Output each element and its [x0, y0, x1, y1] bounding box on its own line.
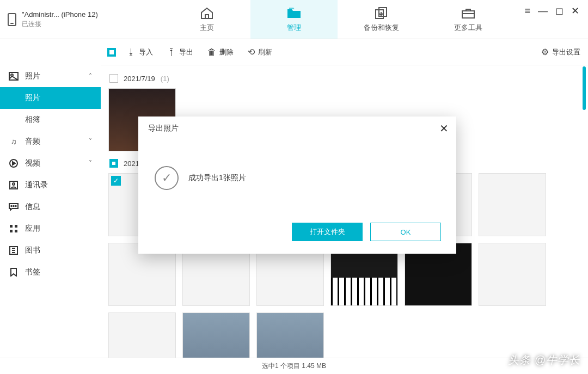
minimize-button[interactable]: —	[538, 6, 548, 16]
cat-messages[interactable]: 信息	[0, 196, 101, 218]
cat-books[interactable]: 图书	[0, 240, 101, 261]
cat-audio[interactable]: ♫ 音频 ˅	[0, 131, 101, 152]
date-group-header[interactable]: 2021/7/19 (1)	[109, 74, 580, 83]
status-bar: 选中1 个项目 1.45 MB	[0, 358, 588, 374]
ok-button[interactable]: OK	[370, 223, 441, 241]
sidebar-item-albums[interactable]: 相簿	[0, 109, 101, 131]
cat-photos[interactable]: 照片 ˄	[0, 65, 101, 87]
photo-thumbnail[interactable]	[256, 312, 324, 358]
tab-home[interactable]: 主页	[163, 0, 250, 39]
menu-icon[interactable]: ≡	[524, 6, 530, 16]
import-button[interactable]: ⭳导入	[127, 47, 153, 57]
close-dialog-button[interactable]: ✕	[439, 122, 449, 135]
message-icon	[9, 202, 19, 212]
svg-rect-2	[462, 11, 474, 18]
open-folder-button[interactable]: 打开文件夹	[292, 223, 363, 241]
window-controls: ≡ — ◻ ✕	[524, 0, 588, 16]
sidebar-item-photos[interactable]: 照片	[0, 87, 101, 109]
tab-tools[interactable]: 更多工具	[425, 0, 512, 39]
svg-point-8	[11, 206, 12, 207]
svg-rect-11	[10, 225, 13, 228]
contact-icon	[9, 180, 19, 190]
export-button[interactable]: ⭱导出	[167, 47, 193, 57]
dialog-message: 成功导出1张照片	[188, 173, 246, 183]
export-settings-button[interactable]: ⚙导出设置	[541, 47, 580, 57]
watermark: 头条 @牛学长	[508, 353, 580, 367]
photo-thumbnail[interactable]	[479, 243, 546, 306]
maximize-button[interactable]: ◻	[555, 6, 564, 16]
svg-point-10	[15, 206, 16, 207]
title-bar: "Administr... (iPhone 12) 已连接 主页 管理 备份和恢…	[0, 0, 588, 39]
chevron-down-icon: ˅	[89, 160, 92, 167]
export-icon: ⭱	[167, 47, 176, 57]
export-dialog: 导出照片 ✕ ✓ 成功导出1张照片 打开文件夹 OK	[138, 117, 456, 254]
refresh-button[interactable]: ⟲刷新	[248, 47, 272, 57]
photo-icon	[9, 71, 19, 81]
photo-thumbnail[interactable]	[182, 312, 250, 358]
photo-thumbnail[interactable]	[479, 173, 546, 236]
select-all-checkbox[interactable]	[107, 48, 116, 57]
device-status: 已连接	[22, 20, 98, 29]
cat-apps[interactable]: 应用	[0, 218, 101, 240]
selection-status: 选中1 个项目 1.45 MB	[262, 361, 326, 371]
play-icon	[9, 158, 19, 168]
refresh-icon: ⟲	[248, 47, 255, 57]
import-icon: ⭳	[127, 47, 136, 57]
tab-manage[interactable]: 管理	[250, 0, 338, 39]
gear-icon: ⚙	[541, 47, 549, 57]
photo-thumbnail[interactable]	[108, 312, 176, 358]
group-checkbox[interactable]	[109, 159, 118, 168]
success-check-icon: ✓	[155, 166, 179, 190]
svg-point-9	[13, 206, 14, 207]
device-info: "Administr... (iPhone 12) 已连接	[0, 0, 163, 39]
phone-icon	[8, 13, 16, 26]
svg-point-7	[13, 183, 15, 185]
action-toolbar: ⭳导入 ⭱导出 🗑删除 ⟲刷新 ⚙导出设置	[101, 39, 588, 65]
svg-rect-12	[15, 225, 17, 228]
svg-rect-14	[15, 230, 17, 232]
cat-contacts[interactable]: 通讯录	[0, 174, 101, 196]
bookmark-icon	[9, 267, 19, 277]
music-icon: ♫	[9, 137, 19, 146]
folder-icon	[286, 7, 302, 20]
tab-tools-label: 更多工具	[454, 23, 482, 33]
tab-backup[interactable]: 备份和恢复	[338, 0, 425, 39]
backup-icon	[373, 7, 389, 20]
close-window-button[interactable]: ✕	[571, 6, 579, 16]
device-name: "Administr... (iPhone 12)	[22, 10, 98, 19]
svg-rect-13	[10, 230, 13, 232]
selected-check-icon	[111, 176, 121, 186]
apps-icon	[9, 224, 19, 234]
dialog-title: 导出照片	[148, 124, 179, 133]
trash-icon: 🗑	[207, 47, 216, 57]
group-checkbox[interactable]	[109, 74, 118, 83]
tab-home-label: 主页	[200, 23, 214, 33]
gallery-scrollbar[interactable]	[583, 65, 587, 358]
home-icon	[199, 7, 215, 20]
scrollbar-handle[interactable]	[583, 66, 586, 110]
cat-video[interactable]: 视频 ˅	[0, 152, 101, 174]
tab-backup-label: 备份和恢复	[364, 23, 399, 33]
toolbox-icon	[461, 7, 476, 20]
chevron-up-icon: ˄	[89, 72, 92, 80]
tab-manage-label: 管理	[287, 23, 301, 33]
chevron-down-icon: ˅	[89, 138, 92, 145]
cat-bookmarks[interactable]: 书签	[0, 261, 101, 283]
main-tabs: 主页 管理 备份和恢复 更多工具	[163, 0, 524, 39]
delete-button[interactable]: 🗑删除	[207, 47, 234, 57]
book-icon	[9, 246, 19, 255]
sidebar: 照片 ˄ 照片 相簿 ♫ 音频 ˅ 视频 ˅ 通讯录 信息 应用 图书	[0, 65, 101, 358]
